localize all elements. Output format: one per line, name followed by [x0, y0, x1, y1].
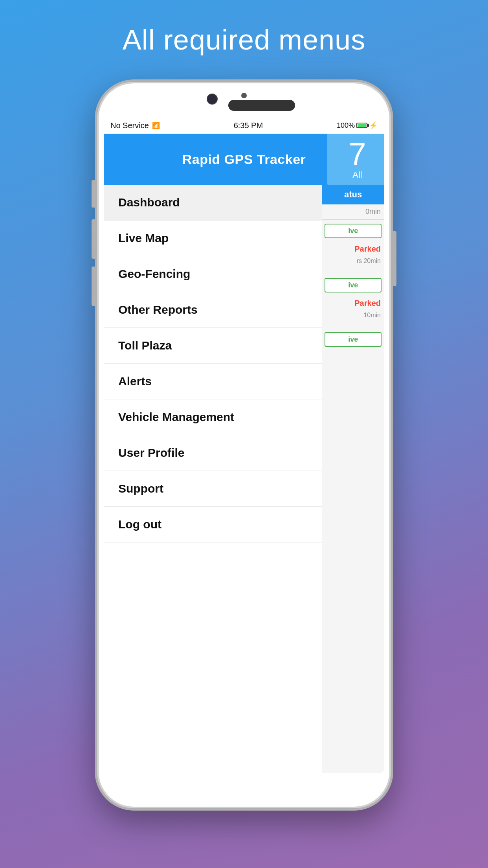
- menu-overlay: DashboardLive MapGeo-FencingOther Report…: [104, 185, 322, 773]
- menu-item-other-reports[interactable]: Other Reports: [104, 292, 322, 328]
- status-right: 100% ⚡: [337, 121, 378, 130]
- menu-item-dashboard[interactable]: Dashboard: [104, 185, 322, 221]
- rp-time4: 10min: [322, 310, 384, 320]
- menu-item-support[interactable]: Support: [104, 471, 322, 507]
- rp-badge3: ive: [325, 278, 382, 292]
- status-time: 6:35 PM: [234, 121, 263, 130]
- battery-percent: 100%: [337, 121, 355, 130]
- menu-item-user-profile[interactable]: User Profile: [104, 435, 322, 471]
- volume-down-button[interactable]: [92, 267, 95, 306]
- calendar-number: 7: [349, 138, 366, 170]
- volume-up-button[interactable]: [92, 219, 95, 259]
- front-camera: [207, 94, 218, 105]
- lightning-icon: ⚡: [369, 121, 378, 130]
- phone-screen: No Service 📶 6:35 PM 100% ⚡ Rapid GPS Tr…: [104, 117, 384, 773]
- volume-mute-button[interactable]: [92, 180, 95, 208]
- power-button[interactable]: [393, 231, 396, 286]
- status-bar: No Service 📶 6:35 PM 100% ⚡: [104, 117, 384, 134]
- menu-item-alerts[interactable]: Alerts: [104, 364, 322, 399]
- rp-status-header: atus: [322, 185, 384, 204]
- menu-item-toll-plaza[interactable]: Toll Plaza: [104, 328, 322, 364]
- battery-icon: [356, 123, 367, 128]
- menu-item-vehicle-management[interactable]: Vehicle Management: [104, 399, 322, 435]
- menu-item-log-out[interactable]: Log out: [104, 507, 322, 542]
- rp-badge5: ive: [325, 332, 382, 347]
- app-header: Rapid GPS Tracker 7 All: [104, 134, 384, 185]
- rp-badge4: Parked: [322, 296, 384, 310]
- rp-time2: rs 20min: [322, 256, 384, 266]
- screen-content: atus 0min ive Parked rs 20min ive Parked…: [104, 185, 384, 773]
- calendar-label: All: [352, 170, 362, 180]
- speaker-grill: [228, 100, 295, 111]
- rp-time1: 0min: [322, 204, 384, 219]
- calendar-widget: 7 All: [327, 134, 384, 185]
- rp-badge2: Parked: [322, 242, 384, 256]
- app-header-title: Rapid GPS Tracker: [182, 152, 306, 167]
- menu-list: DashboardLive MapGeo-FencingOther Report…: [104, 185, 322, 542]
- page-title: All required menus: [123, 24, 365, 56]
- menu-item-geo-fencing[interactable]: Geo-Fencing: [104, 256, 322, 292]
- menu-item-live-map[interactable]: Live Map: [104, 221, 322, 256]
- phone-shell: No Service 📶 6:35 PM 100% ⚡ Rapid GPS Tr…: [95, 79, 393, 811]
- right-panel: atus 0min ive Parked rs 20min ive Parked…: [322, 185, 384, 773]
- status-left: No Service 📶: [110, 121, 160, 130]
- signal-text: No Service: [110, 121, 149, 130]
- wifi-icon: 📶: [152, 122, 160, 129]
- rp-badge1: ive: [325, 224, 382, 238]
